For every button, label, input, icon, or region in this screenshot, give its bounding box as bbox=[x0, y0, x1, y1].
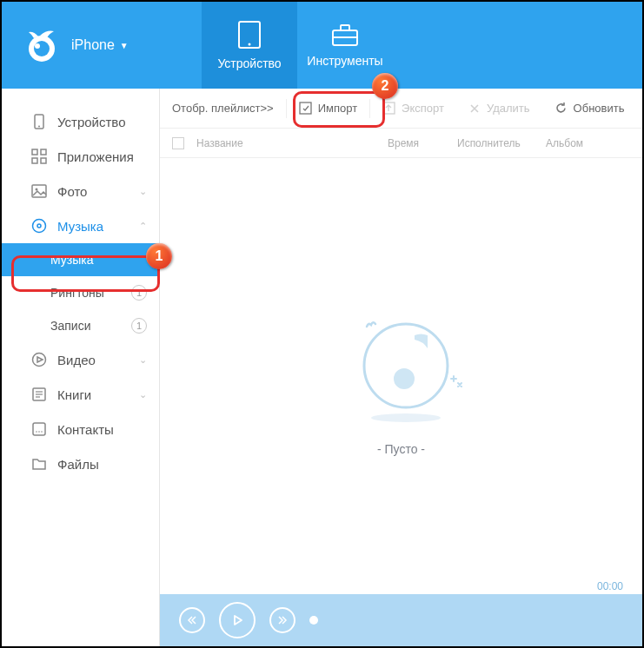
device-name-label: iPhone bbox=[71, 37, 115, 53]
svg-point-29 bbox=[364, 324, 448, 407]
toolbar-label: Импорт bbox=[318, 102, 357, 115]
sidebar-sub-music[interactable]: Музыка bbox=[2, 243, 159, 276]
count-badge: 1 bbox=[131, 285, 147, 301]
toolbar-label: Отобр. плейлист>> bbox=[172, 102, 274, 115]
svg-point-4 bbox=[249, 43, 251, 46]
delete-button[interactable]: Удалить bbox=[456, 89, 542, 128]
svg-rect-13 bbox=[41, 158, 46, 163]
svg-point-26 bbox=[41, 431, 43, 433]
svg-rect-11 bbox=[41, 149, 46, 155]
sidebar-label: Контакты bbox=[57, 422, 114, 437]
next-button[interactable] bbox=[269, 607, 295, 633]
folder-icon bbox=[31, 456, 47, 472]
contacts-icon bbox=[31, 421, 47, 437]
prev-button[interactable] bbox=[179, 607, 205, 633]
sidebar-item-contacts[interactable]: Контакты bbox=[2, 412, 159, 446]
column-artist[interactable]: Исполнитель bbox=[457, 137, 546, 149]
player-total-time: 00:00 bbox=[597, 580, 623, 592]
svg-rect-10 bbox=[32, 149, 37, 155]
play-icon bbox=[231, 614, 243, 626]
svg-point-25 bbox=[38, 431, 40, 433]
device-selector[interactable]: iPhone ▼ bbox=[71, 37, 129, 53]
video-icon bbox=[31, 352, 47, 367]
play-button[interactable] bbox=[219, 602, 256, 638]
sidebar-label: Фото bbox=[57, 184, 87, 199]
select-all-checkbox[interactable] bbox=[172, 137, 184, 149]
sidebar-sub-recordings[interactable]: Записи 1 bbox=[2, 309, 159, 342]
sidebar-label: Видео bbox=[57, 353, 96, 367]
books-icon bbox=[31, 387, 47, 402]
sidebar-label: Устройство bbox=[57, 115, 125, 129]
sidebar-item-files[interactable]: Файлы bbox=[2, 446, 159, 481]
show-playlist-button[interactable]: Отобр. плейлист>> bbox=[160, 89, 286, 128]
svg-point-17 bbox=[37, 224, 41, 228]
brand-area: iPhone ▼ bbox=[2, 2, 202, 89]
app-logo-icon bbox=[23, 26, 61, 64]
main-panel: Отобр. плейлист>> Импорт Экспорт Удалить bbox=[160, 89, 642, 646]
svg-point-24 bbox=[36, 431, 37, 433]
column-time[interactable]: Время bbox=[388, 137, 457, 149]
svg-point-16 bbox=[33, 220, 46, 233]
svg-point-2 bbox=[35, 43, 40, 49]
header-tabs: Устройство Инструменты bbox=[202, 2, 393, 89]
sidebar-item-photo[interactable]: Фото ⌄ bbox=[2, 174, 159, 208]
sidebar-item-music[interactable]: Музыка ⌃ bbox=[2, 208, 159, 243]
apps-icon bbox=[31, 149, 47, 164]
chevron-up-icon: ⌃ bbox=[139, 221, 147, 232]
column-headers: Название Время Исполнитель Альбом bbox=[160, 129, 642, 158]
chevron-down-icon: ⌄ bbox=[139, 186, 147, 197]
export-icon bbox=[382, 102, 395, 115]
prev-icon bbox=[187, 615, 197, 625]
sidebar-sub-ringtones[interactable]: Рингтоны 1 bbox=[2, 276, 159, 309]
tab-device[interactable]: Устройство bbox=[202, 2, 297, 89]
sidebar-label: Приложения bbox=[57, 149, 134, 164]
svg-rect-12 bbox=[32, 158, 37, 163]
device-icon bbox=[31, 114, 47, 129]
delete-icon bbox=[468, 102, 481, 115]
sidebar-item-video[interactable]: Видео ⌄ bbox=[2, 342, 159, 377]
player-bar bbox=[160, 594, 642, 646]
next-icon bbox=[277, 615, 288, 625]
empty-label: - Пусто - bbox=[377, 442, 425, 456]
photo-icon bbox=[31, 183, 47, 199]
svg-point-30 bbox=[371, 413, 441, 422]
tab-device-label: Устройство bbox=[217, 56, 281, 70]
count-badge: 1 bbox=[131, 318, 147, 334]
import-icon bbox=[299, 102, 312, 115]
sidebar: Устройство Приложения Фото ⌄ Музыка ⌃ Му… bbox=[2, 89, 160, 646]
tab-tools-label: Инструменты bbox=[307, 54, 382, 68]
music-disc-icon bbox=[31, 218, 47, 234]
sidebar-item-device[interactable]: Устройство bbox=[2, 104, 159, 139]
sidebar-sub-label: Рингтоны bbox=[50, 286, 104, 300]
sidebar-sub-label: Записи bbox=[50, 319, 90, 333]
refresh-icon bbox=[554, 102, 568, 115]
sidebar-sub-label: Музыка bbox=[50, 253, 94, 267]
progress-handle-icon[interactable] bbox=[309, 616, 318, 625]
progress-track[interactable] bbox=[309, 618, 623, 622]
chevron-down-icon: ⌄ bbox=[139, 389, 147, 400]
app-header: iPhone ▼ Устройство Инструменты bbox=[2, 2, 642, 89]
svg-point-9 bbox=[38, 126, 40, 128]
column-name[interactable]: Название bbox=[196, 137, 388, 149]
toolbar-label: Обновить bbox=[574, 102, 625, 115]
chevron-down-icon: ▼ bbox=[120, 41, 129, 50]
sidebar-label: Музыка bbox=[57, 219, 103, 234]
sidebar-label: Книги bbox=[57, 387, 91, 402]
empty-state: - Пусто - bbox=[160, 158, 642, 594]
sidebar-item-books[interactable]: Книги ⌄ bbox=[2, 377, 159, 412]
toolbar: Отобр. плейлист>> Импорт Экспорт Удалить bbox=[160, 89, 642, 129]
chevron-down-icon: ⌄ bbox=[139, 354, 147, 366]
sidebar-item-apps[interactable]: Приложения bbox=[2, 139, 159, 174]
svg-rect-27 bbox=[300, 102, 311, 114]
toolbar-label: Удалить bbox=[487, 102, 530, 115]
svg-point-1 bbox=[34, 41, 50, 56]
import-button[interactable]: Импорт bbox=[287, 89, 369, 128]
svg-rect-14 bbox=[32, 185, 46, 197]
refresh-button[interactable]: Обновить bbox=[542, 89, 637, 128]
column-album[interactable]: Альбом bbox=[546, 137, 642, 149]
toolbar-label: Экспорт bbox=[402, 102, 444, 115]
tablet-icon bbox=[237, 20, 262, 50]
annotation-badge-2: 2 bbox=[372, 73, 398, 99]
empty-music-icon bbox=[328, 296, 475, 426]
svg-rect-23 bbox=[33, 423, 45, 435]
